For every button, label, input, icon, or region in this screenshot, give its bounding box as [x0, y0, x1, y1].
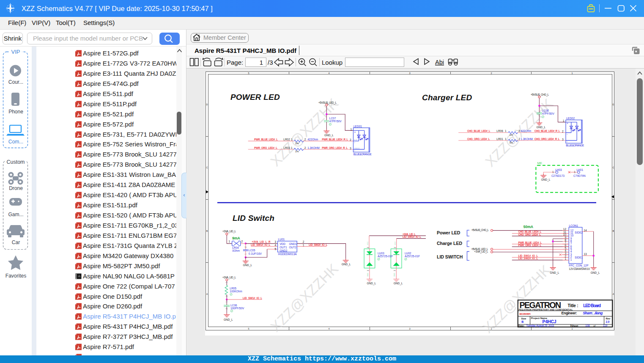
svg-text:LID Switch: LID Switch [233, 214, 274, 223]
svg-text:LU02: LU02 [405, 252, 411, 255]
svg-text:+: + [567, 122, 568, 125]
svg-text:LED Board: LED Board [583, 303, 601, 308]
svg-text:2: 2 [303, 240, 304, 243]
svg-text:GND_L: GND_L [541, 178, 551, 182]
svg-text:VDD: VDD [280, 242, 285, 245]
svg-text:14: 14 [584, 229, 587, 232]
svg-text:LID_SW2#_IO_L: LID_SW2#_IO_L [518, 257, 538, 260]
svg-text:47PF/50V: 47PF/50V [542, 112, 555, 115]
svg-text:PWR_BLUE_LED#_L: PWR_BLUE_LED#_L [254, 138, 278, 141]
svg-text:5: 5 [248, 72, 249, 74]
svg-text:Title :: Title : [568, 303, 578, 308]
svg-text:LID_SW1#_IO_L: LID_SW1#_IO_L [243, 297, 262, 300]
svg-text:50mA: 50mA [523, 225, 533, 229]
svg-text:3: 3 [350, 147, 351, 150]
svg-text:2: 2 [350, 138, 351, 141]
svg-text:100PF/50V: 100PF/50V [230, 307, 244, 310]
svg-text:LR04: LR04 [232, 246, 239, 249]
svg-text:LID SWITCH: LID SWITCH [437, 254, 463, 259]
svg-text:3: 3 [275, 240, 277, 243]
svg-text:2: 2 [491, 72, 492, 74]
svg-text:2: 2 [367, 247, 369, 248]
svg-text:AZ5725-01F: AZ5725-01F [378, 255, 393, 258]
svg-text:PWR_ORG_LED#_L: PWR_ORG_LED#_L [518, 244, 541, 247]
svg-text:LED02: LED02 [566, 117, 575, 120]
svg-text:3: 3 [409, 327, 410, 330]
svg-text:1%: 1% [295, 142, 299, 145]
svg-text:1: 1 [291, 138, 293, 141]
svg-text:2: 2 [562, 130, 564, 133]
svg-text:4: 4 [328, 327, 329, 330]
svg-text:CHG_ORG_LED#_L: CHG_ORG_LED#_L [467, 138, 490, 140]
svg-text:0.1UF/16V: 0.1UF/16V [249, 252, 262, 255]
svg-text:C: C [206, 166, 208, 169]
svg-text:GND_L: GND_L [324, 134, 334, 137]
svg-text:1: 1 [351, 128, 352, 131]
svg-text:Rev: Rev [606, 317, 611, 320]
svg-text:2.0: 2.0 [606, 320, 609, 323]
svg-text:LCON1: LCON1 [569, 224, 578, 227]
svg-text:1: 1 [367, 270, 369, 271]
svg-text:LH03: LH03 [555, 168, 562, 171]
svg-text:+3VA_LID_L: +3VA_LID_L [474, 250, 488, 253]
svg-text:B: B [613, 230, 614, 232]
svg-text:Lookup: Lookup [322, 59, 343, 66]
svg-text:ME: ME [537, 161, 542, 165]
svg-text:4: 4 [328, 72, 329, 74]
svg-text:+5VSUS_LED_L: +5VSUS_LED_L [318, 101, 337, 104]
svg-text:LR03: LR03 [283, 146, 290, 149]
svg-text:CHG_BLUE_LED#_R_L: CHG_BLUE_LED#_R_L [534, 129, 560, 132]
svg-text:12: 12 [563, 228, 567, 231]
svg-text:1.3KOHM: 1.3KOHM [521, 138, 533, 140]
svg-text:1: 1 [260, 59, 263, 66]
svg-text:GND_L: GND_L [367, 282, 376, 285]
svg-text:422Ohm: 422Ohm [307, 138, 318, 141]
svg-text:CHG_ORG_LED#_L: CHG_ORG_LED#_L [518, 233, 541, 236]
svg-text:LU01: LU01 [278, 238, 285, 241]
svg-text:SIDE2: SIDE2 [575, 231, 583, 234]
svg-text:GND_L: GND_L [550, 271, 559, 275]
svg-text:119: 119 [603, 324, 608, 327]
svg-text:A: A [613, 293, 614, 295]
svg-text:Charger LED: Charger LED [422, 93, 472, 102]
svg-text:BLUE&ORANGE: BLUE&ORANGE [566, 144, 584, 147]
svg-text:1: 1 [505, 138, 507, 140]
svg-text:LED01: LED01 [354, 125, 362, 128]
svg-text:LID_SW2#_IO_L: LID_SW2#_IO_L [309, 243, 327, 246]
svg-text:1%: 1% [510, 134, 513, 136]
svg-text:GND2: GND2 [280, 249, 287, 252]
svg-text:+3VA_LID_L_R: +3VA_LID_L_R [252, 240, 271, 243]
svg-text:3: 3 [409, 72, 410, 74]
svg-text:LID_SW1#_IO_L: LID_SW1#_IO_L [251, 243, 270, 246]
svg-text:Charge LED: Charge LED [437, 241, 463, 246]
svg-text:108: 108 [585, 324, 590, 327]
svg-text:LC06: LC06 [230, 304, 237, 307]
svg-text:13: 13 [584, 253, 587, 256]
svg-text:OUT2: OUT2 [289, 246, 297, 249]
svg-text:LR02: LR02 [283, 138, 290, 141]
svg-text:B: B [521, 320, 523, 323]
svg-text:+: + [354, 131, 356, 134]
svg-text:100KOhm: 100KOhm [230, 290, 242, 293]
svg-text:GND_L: GND_L [537, 126, 546, 129]
svg-text:P4HCJ: P4HCJ [543, 319, 556, 324]
svg-text:D: D [613, 103, 614, 106]
svg-text:1%: 1% [295, 150, 299, 153]
svg-text:9mA: 9mA [232, 236, 240, 240]
svg-text:1: 1 [291, 146, 293, 149]
svg-text:+5VSUS_CHG_L: +5VSUS_CHG_L [471, 228, 489, 232]
svg-text:1.3KOHM: 1.3KOHM [307, 146, 320, 149]
svg-text:HGDEDM013A: HGDEDM013A [278, 253, 297, 256]
svg-text:LH01: LH01 [577, 168, 584, 171]
svg-text:3: 3 [562, 138, 564, 141]
svg-text:2: 2 [241, 240, 243, 243]
svg-text:1: 1 [565, 257, 566, 260]
svg-text:C: C [613, 166, 614, 169]
svg-text:1: 1 [570, 258, 572, 261]
svg-text:LID_SW1#_IO_L: LID_SW1#_IO_L [403, 235, 421, 238]
svg-text:BLUE: BLUE [354, 139, 357, 141]
svg-text:2: 2 [518, 138, 520, 140]
svg-text:CHG_ORG_LED#_R_L: CHG_ORG_LED#_R_L [534, 138, 560, 140]
svg-text:BLUE&ORANGE: BLUE&ORANGE [354, 153, 372, 156]
svg-text:ORANGE: ORANGE [354, 148, 360, 149]
